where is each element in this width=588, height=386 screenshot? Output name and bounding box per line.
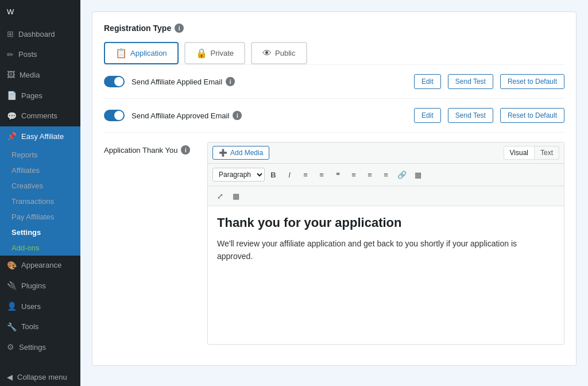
registration-type-application-button[interactable]: 📋 Application	[104, 42, 179, 64]
dashboard-icon: ⊞	[7, 29, 14, 40]
wp-logo: W	[7, 7, 14, 17]
align-left-button[interactable]: ≡	[346, 167, 361, 182]
editor-second-toolbar: ⤢ ▦	[208, 186, 564, 206]
sidebar-item-pages[interactable]: 📄 Pages	[0, 86, 80, 106]
private-btn-icon: 🔒	[196, 48, 207, 59]
collapse-menu-button[interactable]: ◀ Collapse menu	[0, 368, 80, 386]
sidebar-item-users[interactable]: 👤 Users	[0, 296, 80, 317]
sidebar-item-label: Comments	[21, 111, 57, 121]
align-center-button[interactable]: ≡	[362, 167, 377, 182]
affiliate-applied-reset-button[interactable]: Reset to Default	[500, 74, 564, 89]
affiliate-applied-email-row: Send Affiliate Applied Email i Edit Send…	[104, 64, 564, 98]
sidebar-item-easy-affiliate[interactable]: 📌 Easy Affiliate	[0, 126, 80, 147]
main-content: Registration Type i 📋 Application 🔒 Priv…	[80, 0, 588, 386]
sidebar-item-label: Easy Affiliate	[21, 132, 64, 142]
sidebar-item-label: Dashboard	[18, 29, 55, 40]
registration-type-title: Registration Type i	[104, 24, 564, 33]
sidebar: W ⊞ Dashboard ✏ Posts 🖼 Media 📄 Pages 💬 …	[0, 0, 80, 386]
affiliate-applied-toggle[interactable]	[104, 76, 125, 87]
registration-type-public-button[interactable]: 👁 Public	[251, 42, 307, 64]
collapse-arrow-icon: ◀	[7, 373, 13, 381]
align-right-button[interactable]: ≡	[378, 167, 393, 182]
application-btn-icon: 📋	[115, 48, 127, 59]
content-area: Registration Type i 📋 Application 🔒 Priv…	[80, 0, 588, 386]
thank-you-heading: Thank you for your application	[217, 215, 555, 230]
tools-icon: 🔧	[7, 322, 17, 333]
registration-type-info-icon[interactable]: i	[175, 24, 184, 33]
sidebar-item-tools[interactable]: 🔧 Tools	[0, 317, 80, 338]
editor-format-bar: Paragraph B I ≡ ≡ ❝ ≡ ≡ ≡ 🔗 ▦	[208, 164, 564, 186]
collapse-menu-label: Collapse menu	[17, 373, 67, 381]
bold-button[interactable]: B	[266, 167, 281, 182]
sidebar-subitem-reports[interactable]: Reports	[0, 147, 80, 163]
sidebar-item-label: Settings	[19, 342, 46, 353]
registration-type-private-button[interactable]: 🔒 Private	[184, 42, 245, 64]
add-media-button[interactable]: ➕ Add Media	[212, 146, 269, 160]
application-thank-you-section: Application Thank You i ➕ Add Media Visu…	[104, 132, 564, 354]
easy-affiliate-icon: 📌	[7, 131, 17, 142]
editor-content[interactable]: Thank you for your application We'll rev…	[208, 206, 564, 344]
sidebar-subitem-pay-affiliates[interactable]: Pay Affiliates	[0, 209, 80, 225]
sidebar-item-settings-wp[interactable]: ⚙ Settings	[0, 337, 80, 358]
affiliate-applied-send-test-button[interactable]: Send Test	[448, 74, 493, 89]
paragraph-select[interactable]: Paragraph	[212, 168, 265, 182]
sidebar-item-label: Posts	[18, 49, 37, 60]
sidebar-item-label: Plugins	[21, 281, 46, 291]
table-button[interactable]: ▦	[411, 167, 425, 182]
sidebar-item-label: Tools	[21, 322, 38, 332]
sidebar-item-label: Media	[20, 70, 40, 80]
posts-icon: ✏	[7, 49, 14, 61]
public-btn-icon: 👁	[262, 48, 272, 59]
add-media-icon: ➕	[219, 149, 227, 157]
wp-logo-item[interactable]: W	[0, 0, 80, 24]
sidebar-item-appearance[interactable]: 🎨 Appearance	[0, 256, 80, 276]
sidebar-subitem-addons[interactable]: Add-ons	[0, 240, 80, 256]
sidebar-item-posts[interactable]: ✏ Posts	[0, 45, 80, 65]
sidebar-item-media[interactable]: 🖼 Media	[0, 65, 80, 86]
fullscreen-button[interactable]: ⤢	[212, 188, 227, 203]
affiliate-applied-label: Send Affiliate Applied Email i	[131, 77, 407, 86]
sidebar-item-comments[interactable]: 💬 Comments	[0, 106, 80, 127]
ordered-list-button[interactable]: ≡	[314, 167, 329, 182]
editor-container: ➕ Add Media Visual Text Paragraph	[207, 142, 564, 345]
affiliate-approved-toggle[interactable]	[104, 110, 125, 121]
registration-type-buttons: 📋 Application 🔒 Private 👁 Public	[104, 42, 564, 64]
pages-icon: 📄	[7, 90, 17, 102]
users-icon: 👤	[7, 301, 17, 312]
sidebar-subitem-affiliates[interactable]: Affiliates	[0, 163, 80, 178]
affiliate-approved-reset-button[interactable]: Reset to Default	[500, 108, 564, 123]
affiliate-approved-send-test-button[interactable]: Send Test	[448, 108, 493, 123]
unordered-list-button[interactable]: ≡	[298, 167, 313, 182]
affiliate-approved-email-row: Send Affiliate Approved Email i Edit Sen…	[104, 98, 564, 132]
thank-you-info-icon[interactable]: i	[181, 145, 190, 155]
application-thank-you-label: Application Thank You i	[104, 142, 196, 155]
affiliate-applied-info-icon[interactable]: i	[226, 77, 235, 86]
plugins-icon: 🔌	[7, 280, 17, 292]
sidebar-subitem-settings[interactable]: Settings	[0, 225, 80, 240]
toolbar-toggle-button[interactable]: ▦	[229, 188, 243, 203]
text-tab[interactable]: Text	[535, 146, 559, 160]
sidebar-item-label: Pages	[21, 91, 42, 101]
sidebar-subitem-transactions[interactable]: Transactions	[0, 194, 80, 209]
comments-icon: 💬	[7, 111, 17, 122]
blockquote-button[interactable]: ❝	[330, 167, 345, 182]
affiliate-approved-label: Send Affiliate Approved Email i	[131, 111, 407, 120]
affiliate-approved-edit-button[interactable]: Edit	[414, 108, 441, 123]
affiliate-applied-edit-button[interactable]: Edit	[414, 74, 441, 89]
settings-icon: ⚙	[7, 342, 14, 353]
thank-you-body: We'll review your affiliate application …	[217, 237, 555, 263]
editor-toolbar-top: ➕ Add Media Visual Text	[208, 142, 564, 164]
sidebar-item-dashboard[interactable]: ⊞ Dashboard	[0, 24, 80, 45]
sidebar-subitem-creatives[interactable]: Creatives	[0, 178, 80, 194]
sidebar-item-plugins[interactable]: 🔌 Plugins	[0, 276, 80, 296]
visual-tab[interactable]: Visual	[504, 146, 535, 160]
view-tabs: Visual Text	[504, 146, 559, 160]
media-icon: 🖼	[7, 70, 15, 81]
sidebar-item-label: Appearance	[21, 260, 61, 271]
sidebar-item-label: Users	[21, 302, 41, 312]
link-button[interactable]: 🔗	[394, 167, 409, 182]
appearance-icon: 🎨	[7, 260, 17, 272]
affiliate-approved-info-icon[interactable]: i	[233, 111, 242, 120]
italic-button[interactable]: I	[282, 167, 297, 182]
settings-card: Registration Type i 📋 Application 🔒 Priv…	[92, 11, 577, 366]
